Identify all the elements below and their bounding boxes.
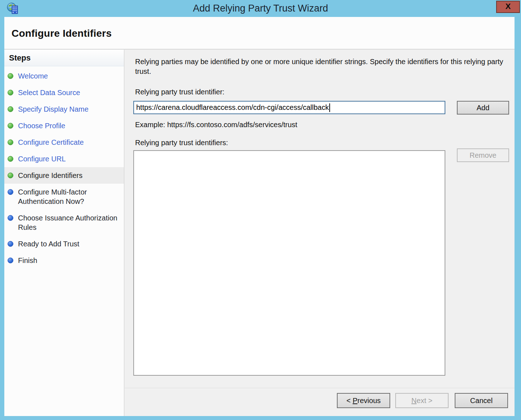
step-status-dot	[8, 73, 13, 79]
step-status-dot	[8, 173, 13, 178]
sidebar-step-configure-certificate[interactable]: Configure Certificate	[4, 134, 124, 151]
window-title: Add Relying Party Trust Wizard	[0, 0, 521, 17]
sidebar-step-configure-url[interactable]: Configure URL	[4, 151, 124, 167]
step-status-dot	[8, 106, 13, 112]
step-status-dot	[8, 139, 13, 145]
sidebar-step-configure-identifiers[interactable]: Configure Identifiers	[4, 167, 124, 184]
adfs-wizard-window: Add Relying Party Trust Wizard X Configu…	[0, 0, 521, 420]
sidebar-step-finish[interactable]: Finish	[4, 252, 124, 269]
next-button[interactable]: Next >	[395, 393, 449, 408]
step-label: Configure Identifiers	[18, 171, 83, 179]
steps-list: WelcomeSelect Data SourceSpecify Display…	[4, 68, 124, 269]
sidebar-step-select-data-source[interactable]: Select Data Source	[4, 84, 124, 101]
step-label: Choose Profile	[18, 122, 65, 130]
step-label: Select Data Source	[18, 89, 80, 97]
step-label: Welcome	[18, 72, 48, 80]
step-label: Specify Display Name	[18, 105, 89, 113]
step-label: Configure Multi-factor Authentication No…	[18, 188, 87, 205]
wizard-body: Configure Identifiers Steps WelcomeSelec…	[4, 17, 515, 416]
sidebar-step-welcome[interactable]: Welcome	[4, 68, 124, 84]
identifiers-list-label: Relying party trust identifiers:	[135, 139, 228, 147]
step-label: Configure Certificate	[18, 138, 84, 146]
identifier-input[interactable]: https://carena.cloudflareaccess.com/cdn-…	[133, 101, 445, 114]
step-status-dot	[8, 90, 13, 95]
sidebar-step-configure-multi-factor-authentication-now[interactable]: Configure Multi-factor Authentication No…	[4, 184, 124, 210]
steps-header: Steps	[4, 50, 124, 66]
remove-button[interactable]: Remove	[457, 148, 509, 162]
sidebar-step-choose-issuance-authorization-rules[interactable]: Choose Issuance Authorization Rules	[4, 210, 124, 236]
cancel-button[interactable]: Cancel	[455, 393, 508, 408]
page-header: Configure Identifiers	[4, 17, 515, 49]
sidebar-step-ready-to-add-trust[interactable]: Ready to Add Trust	[4, 236, 124, 252]
step-label: Configure URL	[18, 155, 66, 163]
main-column: Relying parties may be identified by one…	[125, 50, 515, 416]
configure-identifiers-panel: Relying parties may be identified by one…	[125, 50, 515, 388]
page-title: Configure Identifiers	[4, 17, 515, 39]
step-label: Finish	[18, 256, 37, 264]
step-status-dot	[8, 156, 13, 162]
close-button[interactable]: X	[496, 1, 520, 13]
step-status-dot	[8, 123, 13, 129]
sidebar-step-specify-display-name[interactable]: Specify Display Name	[4, 101, 124, 117]
text-caret	[329, 103, 330, 112]
window-titlebar: Add Relying Party Trust Wizard X	[0, 0, 521, 17]
previous-button[interactable]: < Previous	[337, 393, 390, 408]
wizard-footer: < Previous Next > Cancel	[125, 388, 515, 416]
steps-sidebar: Steps WelcomeSelect Data SourceSpecify D…	[4, 50, 124, 416]
step-status-dot	[8, 189, 13, 195]
sidebar-step-choose-profile[interactable]: Choose Profile	[4, 117, 124, 134]
identifier-field-label: Relying party trust identifier:	[135, 88, 224, 96]
identifiers-listbox[interactable]	[133, 150, 445, 376]
step-label: Ready to Add Trust	[18, 240, 79, 248]
panel-description: Relying parties may be identified by one…	[135, 57, 504, 76]
step-status-dot	[8, 241, 13, 247]
identifier-input-value: https://carena.cloudflareaccess.com/cdn-…	[136, 103, 329, 112]
example-text: Example: https://fs.contoso.com/adfs/ser…	[135, 121, 297, 129]
step-label: Choose Issuance Authorization Rules	[18, 214, 117, 231]
step-status-dot	[8, 258, 13, 263]
step-status-dot	[8, 215, 13, 221]
add-button[interactable]: Add	[457, 101, 509, 115]
